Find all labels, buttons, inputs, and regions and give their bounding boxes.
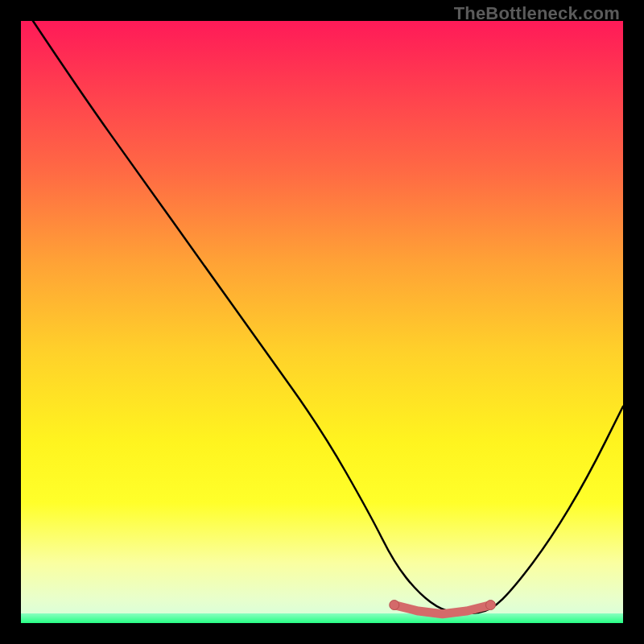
plot-gradient-area bbox=[21, 21, 623, 623]
valley-marker-run bbox=[390, 601, 496, 614]
valley-marker-dot bbox=[485, 601, 495, 610]
valley-marker-dot bbox=[390, 601, 399, 610]
bottleneck-curve bbox=[33, 21, 623, 613]
outer-black-frame: TheBottleneck.com bbox=[0, 0, 644, 644]
chart-svg bbox=[21, 21, 623, 623]
